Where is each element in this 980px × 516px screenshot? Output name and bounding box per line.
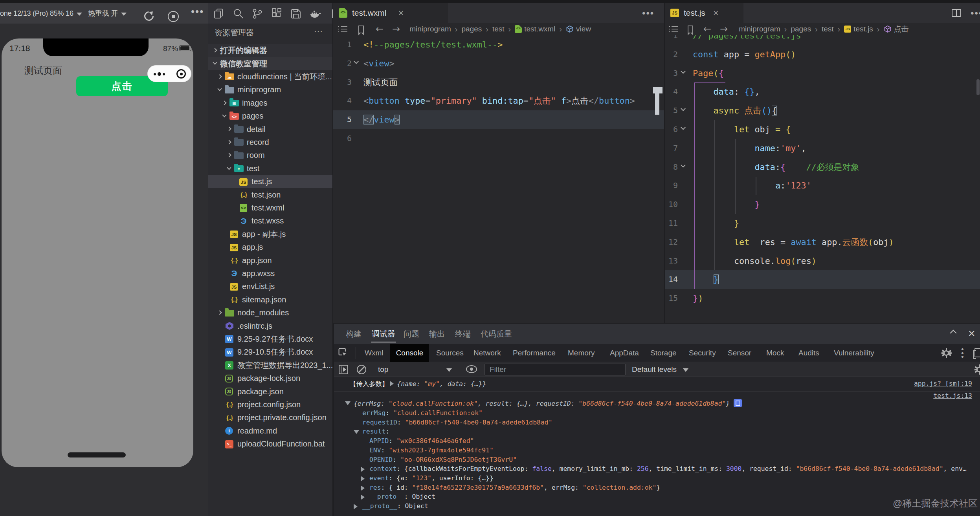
bookmark-icon[interactable] [688, 26, 693, 33]
explorer-more-icon[interactable]: … [314, 24, 323, 35]
tree-item-miniprogram[interactable]: miniprogram [208, 83, 332, 96]
chevron-down-icon[interactable] [222, 110, 229, 123]
source-link[interactable]: test.js:13 [933, 392, 972, 399]
tree-item-9.25-9.27-.docx[interactable]: W9.25-9.27任务书.docx [208, 333, 332, 346]
inspect-element-icon[interactable] [338, 348, 347, 357]
breadcrumb[interactable]: miniprogram›pages›test›JStest.js›点击 [739, 24, 908, 34]
devtools-tab-Memory[interactable]: Memory [568, 344, 595, 362]
collapse-panel-icon[interactable] [950, 330, 957, 335]
js-context-selector[interactable]: top [378, 362, 388, 377]
chevron-down-icon[interactable] [226, 162, 234, 175]
tree-item-app.json[interactable]: {..}app.json [208, 254, 332, 267]
tree-item-images[interactable]: ▣images [208, 97, 332, 110]
tree-item-app.js[interactable]: JSapp.js [208, 241, 332, 254]
devtools-tab-Console[interactable]: Console [390, 344, 429, 362]
chevron-right-icon[interactable] [217, 306, 225, 319]
tab-test-js[interactable]: JS test.js × [665, 3, 743, 23]
tree-item-test.js[interactable]: JStest.js [208, 175, 332, 188]
docker-icon[interactable] [309, 8, 321, 20]
breadcrumb-item-test.js[interactable]: JStest.js [844, 25, 873, 33]
live-expression-icon[interactable] [466, 365, 478, 374]
tree-item-record[interactable]: record [208, 136, 332, 149]
collapse-arrow-icon[interactable] [361, 476, 365, 481]
console-row[interactable]: context: {callbackWaitsForEmptyEventLoop… [334, 465, 980, 474]
clear-console-icon[interactable] [357, 365, 366, 374]
devtools-tab-Mock[interactable]: Mock [766, 344, 784, 362]
tree-item-package.json[interactable]: JSpackage.json [208, 385, 332, 398]
chevron-right-icon[interactable] [226, 123, 234, 135]
outline-icon[interactable] [338, 26, 347, 33]
panel-tab-问题[interactable]: 问题 [404, 324, 419, 344]
tree-item-sitemap.json[interactable]: {..}sitemap.json [208, 293, 332, 306]
fold-chevron-icon[interactable] [681, 69, 686, 74]
panel-tab-输出[interactable]: 输出 [429, 324, 445, 344]
chevron-down-icon[interactable] [217, 83, 225, 96]
breadcrumb-item-test[interactable]: test [822, 25, 834, 33]
tree-item-test.wxss[interactable]: Эtest.wxss [208, 214, 332, 227]
tree-item-room[interactable]: room [208, 149, 332, 162]
files-icon[interactable] [213, 8, 225, 20]
tree-item-envList.js[interactable]: JSenvList.js [208, 280, 332, 293]
log-badge-icon[interactable] [734, 399, 742, 407]
tree-item-node_modules[interactable]: node_modules [208, 306, 332, 319]
tree-item-test.wxml[interactable]: <>test.wxml [208, 201, 332, 214]
devtools-tab-Wxml[interactable]: Wxml [365, 344, 383, 362]
collapse-arrow-icon[interactable] [361, 467, 365, 472]
refresh-icon[interactable] [144, 11, 155, 22]
log-levels-selector[interactable]: Default levels [632, 362, 677, 377]
wxml-code-area[interactable]: 1<!--pages/test/test.wxml-->2<view>3测试页面… [333, 35, 664, 323]
console-row[interactable]: res: {_id: "f18e14fa652273e301757a9a6633… [334, 484, 980, 493]
breadcrumb-item-pages[interactable]: pages [461, 25, 482, 33]
nav-forward-icon[interactable]: → [720, 24, 728, 35]
console-row[interactable]: {errMsg: "cloud.callFunction:ok", result… [334, 391, 980, 409]
tree-item-.eslintrc.js[interactable]: .eslintrc.js [208, 319, 332, 332]
breadcrumb-item-view[interactable]: view [566, 25, 591, 33]
tree-item-uploadCloudFunction.bat[interactable]: >_uploadCloudFunction.bat [208, 437, 332, 450]
tree-item-9.29-10.5-.docx[interactable]: W9.29-10.5任务书.docx [208, 346, 332, 359]
tree-item-detail[interactable]: detail [208, 123, 332, 135]
chevron-right-icon[interactable] [226, 136, 234, 149]
dock-side-icon[interactable] [974, 348, 980, 357]
collapse-arrow-icon[interactable] [361, 485, 365, 491]
console-row[interactable]: result: [334, 428, 980, 437]
devtools-tab-Audits[interactable]: Audits [798, 344, 819, 362]
devtools-settings-icon[interactable] [941, 348, 951, 358]
close-panel-icon[interactable]: × [968, 327, 975, 340]
devtools-tab-Sources[interactable]: Sources [436, 344, 464, 362]
source-link[interactable]: app.js? [sm]:19 [914, 380, 972, 387]
tree-item-readme.md[interactable]: ireadme.md [208, 425, 332, 437]
nav-back-icon[interactable]: ← [703, 24, 711, 35]
panel-tab-代码质量[interactable]: 代码质量 [481, 324, 512, 344]
fold-chevron-icon[interactable] [681, 163, 686, 168]
breadcrumb-item--[interactable]: 点击 [884, 24, 909, 34]
js-code-area[interactable]: 1// pages/test/test.js2const app = getAp… [665, 35, 980, 323]
devtools-tab-Storage[interactable]: Storage [650, 344, 677, 362]
capsule-exit-icon[interactable] [176, 69, 186, 79]
tree-item--[interactable]: 微信教室管理 [208, 57, 332, 70]
search-icon[interactable] [232, 8, 244, 20]
more-options-icon[interactable]: ••• [191, 5, 204, 18]
collapse-arrow-icon[interactable] [361, 494, 365, 500]
extensions-icon[interactable] [271, 8, 283, 20]
breadcrumb-item-miniprogram[interactable]: miniprogram [409, 25, 451, 33]
tree-item-app.wxss[interactable]: Эapp.wxss [208, 267, 332, 280]
breadcrumb-item-test.wxml[interactable]: test.wxml [515, 25, 555, 33]
expand-arrow-icon[interactable] [345, 401, 351, 405]
tree-item-project.private.config.json[interactable]: {..}project.private.config.json [208, 411, 332, 424]
device-selector[interactable]: one 12/13 (Pro) 85% 16 [0, 3, 79, 24]
console-sidebar-icon[interactable] [339, 365, 348, 374]
expand-arrow-icon[interactable] [354, 430, 359, 434]
devtools-tab-Network[interactable]: Network [473, 344, 501, 362]
editor-more-icon[interactable]: ••• [971, 8, 980, 19]
panel-tab-调试器[interactable]: 调试器 [372, 324, 395, 344]
close-tab-icon[interactable]: × [398, 7, 404, 18]
nav-forward-icon[interactable]: → [392, 24, 400, 35]
chevron-right-icon[interactable] [212, 44, 220, 57]
tree-item-test[interactable]: ▼test [208, 162, 332, 175]
console-row[interactable]: __proto__: Object [334, 493, 980, 502]
nav-back-icon[interactable]: ← [376, 24, 384, 35]
tab-test-wxml[interactable]: test.wxml × [333, 3, 448, 23]
devtools-tab-Vulnerability[interactable]: Vulnerability [834, 344, 874, 362]
split-editor-icon[interactable] [952, 9, 961, 17]
tree-item-cloudfunctions-...[interactable]: ☁cloudfunctions | 当前环境... [208, 70, 332, 83]
